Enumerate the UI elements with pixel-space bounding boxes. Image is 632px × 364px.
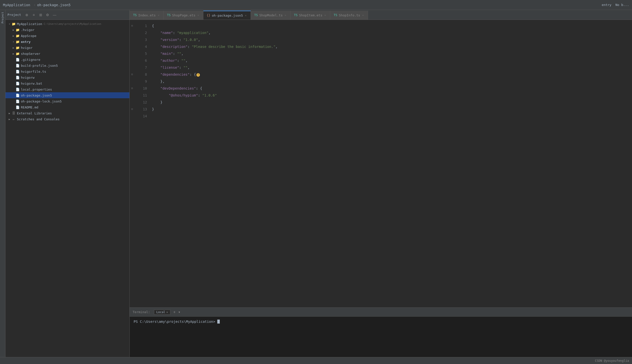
fold-5 [130, 50, 135, 57]
label-hvigorfile: hvigorfile.ts [21, 70, 46, 74]
ln-5: 5 [135, 50, 147, 57]
label-ohpackagelock: oh-package-lock.json5 [21, 100, 62, 103]
ln-4: 4 [135, 43, 147, 50]
folder-icon-hvigor2: 📁 [16, 46, 20, 50]
ln-7: 7 [135, 64, 147, 71]
folder-icon-shopserver: 📁 [16, 51, 20, 56]
fold-10[interactable]: ⊟ [130, 85, 135, 92]
vtab-project[interactable]: Project [0, 10, 5, 25]
label-localprops: local.properties [21, 88, 52, 91]
toolbar-btn-4[interactable]: ⚙ [45, 12, 50, 18]
root-name: MyApplication [17, 22, 42, 26]
toolbar-btn-3[interactable]: ⊞ [38, 12, 44, 18]
tab-close-ohpackage[interactable]: ✕ [244, 14, 247, 17]
icon-readme: 📄 [16, 105, 20, 110]
tab-close-shoppage[interactable]: ✕ [197, 14, 200, 17]
arrow-hvigor: ▶ [12, 28, 16, 32]
tree-root[interactable]: ▾ 📁 MyApplication C:\Users\amy\projects\… [6, 21, 129, 27]
tree-ohpackagelock[interactable]: 📄 oh-package-lock.json5 [6, 98, 129, 104]
term-dropdown-button[interactable]: ▾ [179, 310, 180, 314]
terminal-label: Terminal: [133, 310, 150, 314]
tab-shopmodel[interactable]: TS ShopModel.ts ✕ [251, 11, 290, 20]
tab-shoppage[interactable]: TS ShopPage.ets ✕ [164, 11, 203, 20]
tab-ohpackage[interactable]: {} oh-package.json5 ✕ [203, 11, 251, 20]
tree-hvigorfile[interactable]: 📄 hvigorfile.ts [6, 68, 129, 74]
terminal-cursor [217, 320, 220, 324]
arrow-extlibs: ▶ [8, 111, 12, 115]
tree-extlibs[interactable]: ▶ 🗄 External Libraries [6, 110, 129, 116]
tree-appscope[interactable]: ▶ 📁 AppScope [6, 33, 129, 39]
tree-entry[interactable]: ▾ 📁 entry [6, 39, 129, 45]
ln-10: 10 [135, 85, 147, 92]
label-appscope: AppScope [21, 34, 37, 38]
title-sep: › [34, 3, 36, 7]
ln-8: 8 [135, 71, 147, 78]
tab-close-shopitem[interactable]: ✕ [324, 14, 327, 17]
folder-icon-hvigor: 📁 [16, 28, 20, 32]
label-extlibs: External Libraries [17, 112, 52, 115]
folder-icon-appscope: 📁 [16, 34, 20, 38]
terminal-prompt: PS C:\Users\amy\projects\MyApplication> [134, 320, 217, 324]
fold-column: ⊟ ⊟ ⊟ ⊟ [130, 20, 135, 308]
title-bar: MyApplication › oh-package.json5 entry N… [0, 0, 632, 10]
fold-14 [130, 113, 135, 120]
icon-hvigorfile: 📄 [16, 69, 20, 74]
term-add-button[interactable]: + [172, 310, 177, 314]
fold-13[interactable]: ⊟ [130, 106, 135, 113]
tab-icon-shoppage: TS [167, 14, 171, 17]
tab-shopinfo[interactable]: TS ShopInfo.ts ✕ [330, 11, 368, 20]
line-numbers: 1 2 3 4 5 6 7 8 9 10 11 12 13 14 [135, 20, 150, 308]
ln-1: 1 [135, 22, 147, 29]
icon-ohpackagelock: 📄 [16, 99, 20, 104]
title-bar-right: entry No b... [602, 3, 629, 7]
tab-close-index[interactable]: ✕ [157, 14, 160, 17]
fold-2 [130, 29, 135, 36]
tab-index[interactable]: TS Index.ets ✕ [130, 11, 164, 20]
tab-shopitem[interactable]: TS ShopItem.ets ✕ [290, 11, 330, 20]
tree-gitignore[interactable]: 📄 .gitignore [6, 56, 129, 62]
fold-8[interactable]: ⊟ [130, 71, 135, 78]
folder-icon-root: 📁 [12, 22, 16, 26]
tree-hvigor2[interactable]: ▶ 📁 hvigor [6, 45, 129, 50]
tree-scratches[interactable]: ▶ ✏ Scratches and Consoles [6, 116, 129, 122]
ln-2: 2 [135, 29, 147, 36]
folder-icon-entry: 📁 [16, 40, 20, 44]
terminal-body[interactable]: PS C:\Users\amy\projects\MyApplication> [130, 316, 632, 357]
fold-9 [130, 78, 135, 85]
fold-6 [130, 57, 135, 64]
tree-shopserver[interactable]: ▶ 📁 shopServer [6, 50, 129, 56]
toolbar-btn-2[interactable]: ≡ [31, 12, 37, 18]
fold-4 [130, 43, 135, 50]
tab-icon-ohpackage: {} [207, 14, 210, 17]
terminal-tab-local[interactable]: Local ✕ [154, 310, 170, 314]
label-hvigorwbat: hvigorw.bat [21, 82, 42, 85]
tab-close-shopmodel[interactable]: ✕ [284, 14, 287, 17]
tree-ohpackage[interactable]: 📄 oh-package.json5 [6, 92, 129, 98]
toolbar-btn-1[interactable]: ⊕ [24, 12, 30, 18]
label-readme: README.md [21, 106, 38, 109]
label-hvigor2: hvigor [21, 46, 33, 50]
toolbar-btn-5[interactable]: — [52, 12, 57, 18]
tab-label-shopitem: ShopItem.ets [299, 14, 322, 17]
fold-1[interactable]: ⊟ [130, 22, 135, 29]
fold-11 [130, 92, 135, 99]
tree-hvigor[interactable]: ▶ 📁 .hvigor [6, 27, 129, 33]
editor-content[interactable]: ⊟ ⊟ ⊟ ⊟ 1 [130, 20, 632, 308]
arrow-root: ▾ [8, 22, 12, 26]
tree-hvigorw[interactable]: 📄 hvigorw [6, 74, 129, 80]
app-title: MyApplication [3, 3, 30, 7]
label-gitignore: .gitignore [21, 58, 40, 62]
file-tree: ▾ 📁 MyApplication C:\Users\amy\projects\… [6, 20, 129, 357]
term-tab-close[interactable]: ✕ [166, 310, 168, 314]
tree-hvigorwbat[interactable]: 📄 hvigorw.bat [6, 80, 129, 86]
tab-label-index: Index.ets [138, 14, 155, 17]
tree-localprops[interactable]: 📄 local.properties [6, 86, 129, 92]
arrow-hvigor2: ▶ [12, 46, 16, 50]
tree-readme[interactable]: 📄 README.md [6, 104, 129, 110]
icon-localprops: 📄 [16, 87, 20, 92]
branch-entry: entry [602, 3, 611, 7]
tab-close-shopinfo[interactable]: ✕ [362, 14, 364, 17]
tree-buildprofile[interactable]: 📄 build-profile.json5 [6, 62, 129, 68]
ln-6: 6 [135, 57, 147, 64]
code-editor[interactable]: { "name": "myapplication", "version": "1… [150, 20, 632, 308]
